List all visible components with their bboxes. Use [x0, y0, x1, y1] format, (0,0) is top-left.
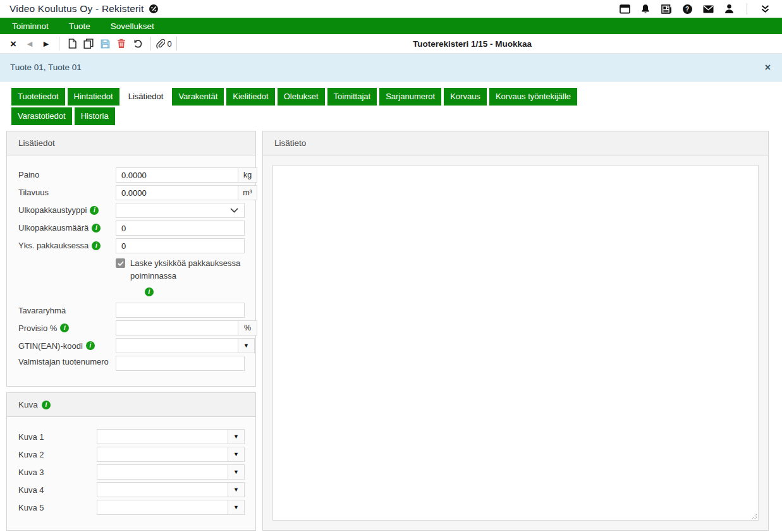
tilavuus-unit: m³: [238, 186, 257, 200]
kuva-5-label: Kuva 5: [18, 502, 97, 514]
ulkopakkaustyyppi-label-text: Ulkopakkaustyyppi: [18, 204, 87, 217]
left-column: Lisätiedot Paino kg Tilavuus m³: [6, 131, 256, 531]
menu-tuote[interactable]: Tuote: [59, 18, 101, 34]
kuva-5-dropdown-caret-icon[interactable]: ▼: [228, 500, 244, 514]
toolbar-title: Tuoterekisteri 1/15 - Muokkaa: [181, 39, 776, 49]
gtin-input[interactable]: [116, 339, 238, 353]
tab-hintatiedot[interactable]: Hintatiedot: [68, 88, 119, 106]
field-row-kuva-4: Kuva 4 ▼: [18, 482, 245, 497]
field-row-kuva-5: Kuva 5 ▼: [18, 500, 245, 515]
user-icon[interactable]: [723, 4, 735, 15]
mail-icon[interactable]: [702, 4, 714, 15]
kuva-4-group: ▼: [97, 482, 245, 497]
lisatiedot-panel-header: Lisätiedot: [7, 131, 255, 155]
paperclip-icon: [156, 39, 165, 49]
paino-input[interactable]: [116, 168, 238, 182]
ulkopakkaustyyppi-select[interactable]: [116, 203, 245, 218]
info-icon[interactable]: i: [90, 206, 99, 215]
close-record-button[interactable]: ×: [5, 36, 21, 51]
gtin-group: ▼: [116, 338, 255, 353]
kuva-4-dropdown-caret-icon[interactable]: ▼: [228, 483, 244, 497]
tab-varastotiedot[interactable]: Varastotiedot: [11, 107, 72, 125]
info-icon[interactable]: i: [60, 323, 69, 332]
delete-record-button[interactable]: [113, 36, 130, 51]
field-row-yks-pakkauksessa: Yks. pakkauksessa i: [18, 238, 245, 253]
infobar-close-icon[interactable]: ×: [765, 63, 771, 73]
tab-korvaus[interactable]: Korvaus: [444, 88, 487, 106]
help-icon[interactable]: ?: [681, 4, 693, 15]
next-record-button[interactable]: ▶: [38, 36, 54, 51]
tab-toimittajat[interactable]: Toimittajat: [327, 88, 377, 106]
tab-sarjanumerot[interactable]: Sarjanumerot: [379, 88, 441, 106]
provisio-group: %: [116, 320, 257, 336]
tilavuus-group: m³: [116, 185, 257, 200]
provisio-label: Provisio % i: [18, 322, 116, 335]
kuva-3-dropdown-caret-icon[interactable]: ▼: [228, 465, 244, 479]
kuva-4-input[interactable]: [97, 483, 228, 497]
field-row-kuva-2: Kuva 2 ▼: [18, 447, 245, 462]
tab-historia[interactable]: Historia: [75, 107, 115, 125]
tavararyhma-input[interactable]: [116, 303, 244, 317]
gtin-label-text: GTIN(EAN)-koodi: [18, 340, 83, 353]
info-icon[interactable]: i: [92, 224, 101, 233]
provisio-input[interactable]: [116, 321, 238, 335]
kuva-1-input[interactable]: [97, 430, 228, 444]
menubar: Toiminnot Tuote Sovellukset: [0, 18, 782, 34]
gauge-icon: [149, 4, 159, 14]
kuva-1-dropdown-caret-icon[interactable]: ▼: [228, 430, 244, 444]
previous-record-button[interactable]: ◀: [21, 36, 38, 51]
undo-button[interactable]: [130, 36, 146, 51]
window-icon[interactable]: [619, 4, 630, 15]
menu-toiminnot[interactable]: Toiminnot: [2, 18, 59, 34]
undo-icon: [133, 39, 143, 49]
tab-row-1: Tuotetiedot Hintatiedot Lisätiedot Varak…: [11, 88, 782, 106]
lisatieto-panel: Lisätieto: [262, 131, 769, 531]
save-record-button[interactable]: [97, 36, 113, 51]
next-arrow-icon: ▶: [44, 40, 49, 48]
tab-kielitiedot[interactable]: Kielitiedot: [226, 88, 274, 106]
news-icon[interactable]: [661, 4, 672, 15]
info-icon[interactable]: i: [145, 287, 154, 296]
tab-korvaus-tyontekijalle[interactable]: Korvaus työntekijälle: [489, 88, 577, 106]
copy-record-button[interactable]: [80, 36, 97, 51]
tilavuus-input[interactable]: [116, 186, 238, 200]
field-row-tilavuus: Tilavuus m³: [18, 185, 245, 200]
paino-unit: kg: [238, 168, 257, 182]
yks-pakkauksessa-input[interactable]: [116, 239, 244, 253]
tab-lisatiedot[interactable]: Lisätiedot: [122, 88, 170, 106]
menu-sovellukset[interactable]: Sovellukset: [101, 18, 164, 34]
new-record-button[interactable]: [64, 36, 80, 51]
ulkopakkausmaara-input[interactable]: [116, 221, 244, 235]
kuva-2-dropdown-caret-icon[interactable]: ▼: [228, 447, 244, 461]
tab-oletukset[interactable]: Oletukset: [278, 88, 325, 106]
titlebar-icon-strip: ?: [619, 3, 771, 15]
kuva-3-input[interactable]: [97, 465, 228, 479]
kuva-1-label: Kuva 1: [18, 431, 97, 444]
field-row-kuva-1: Kuva 1 ▼: [18, 429, 245, 444]
kuva-panel-body: Kuva 1 ▼ Kuva 2 ▼ Kuva 3: [7, 417, 255, 530]
bell-icon[interactable]: [640, 4, 651, 15]
paino-label: Paino: [18, 169, 116, 181]
valmistajan-tuotenumero-group: [116, 356, 245, 371]
laske-yksikkoa-checkbox[interactable]: [116, 258, 125, 268]
kuva-3-group: ▼: [97, 464, 245, 480]
kuva-2-input[interactable]: [97, 447, 228, 461]
tab-varakentat[interactable]: Varakentät: [172, 88, 224, 106]
valmistajan-tuotenumero-input[interactable]: [116, 356, 244, 370]
provisio-unit: %: [238, 321, 257, 335]
attachments-button[interactable]: 0: [156, 36, 172, 51]
lisatieto-textarea[interactable]: [272, 165, 759, 521]
kuva-2-group: ▼: [97, 447, 245, 462]
chevron-down-icon: [230, 208, 238, 213]
info-icon[interactable]: i: [42, 401, 51, 409]
info-icon[interactable]: i: [86, 341, 95, 350]
info-icon[interactable]: i: [92, 241, 101, 250]
gtin-label: GTIN(EAN)-koodi i: [18, 340, 116, 353]
kuva-5-input[interactable]: [97, 500, 228, 514]
tab-tuotetiedot[interactable]: Tuotetiedot: [11, 88, 65, 106]
field-row-provisio: Provisio % i %: [18, 320, 245, 336]
chevron-double-down-icon[interactable]: [759, 4, 771, 15]
tab-row-2: Varastotiedot Historia: [11, 107, 782, 125]
gtin-dropdown-caret-icon[interactable]: ▼: [238, 339, 254, 353]
titlebar-divider: [747, 3, 747, 15]
